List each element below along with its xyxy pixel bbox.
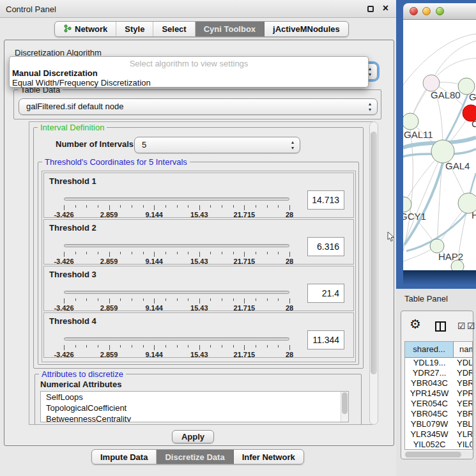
tick-mark: [120, 252, 121, 254]
table-data-combo[interactable]: galFiltered.sif default node ▴▾: [19, 98, 378, 115]
tick-label: 15.43: [190, 351, 208, 358]
slider-track[interactable]: [64, 244, 289, 247]
algorithm-option-equal-width-frequency-discretization[interactable]: Equal Width/Frequency Discretization: [10, 78, 368, 88]
slider-handle[interactable]: [237, 287, 247, 298]
threshold-1-value-field[interactable]: 14.713: [307, 190, 344, 210]
table-cell[interactable]: YBR045C: [405, 409, 454, 419]
table-row[interactable]: YBL079WYBL0: [405, 419, 472, 429]
tab-cyni-toolbox[interactable]: Cyni Toolbox: [196, 22, 265, 36]
tick-label: 15.43: [190, 211, 208, 219]
slider-track[interactable]: [64, 291, 289, 294]
tab-discretize-data[interactable]: Discretize Data: [157, 450, 233, 464]
network-view-canvas[interactable]: GAL80GACGAL11GAL4GCY1HHAP2: [403, 20, 476, 270]
tick-mark: [244, 252, 245, 257]
table-row[interactable]: YDL19...YDL1: [405, 358, 472, 368]
table-cell[interactable]: YDR27...: [405, 368, 454, 378]
slider-handle[interactable]: [165, 334, 174, 345]
tab-label: Style: [125, 24, 144, 34]
threshold-1-slider[interactable]: -3.4262.8599.14415.4321.71528: [64, 191, 289, 219]
tick-mark: [233, 298, 234, 301]
tick-label: 28: [286, 211, 293, 219]
table-cell[interactable]: YER0: [454, 399, 472, 409]
table-row[interactable]: YIL052CYIL0: [405, 440, 472, 450]
threshold-label: Threshold 2: [49, 223, 96, 233]
table-cell[interactable]: YIL0: [454, 440, 472, 450]
number-of-intervals-combo[interactable]: 5 ▴▾: [134, 137, 300, 153]
slider-track[interactable]: [64, 197, 289, 201]
tick-label: -3.426: [54, 304, 73, 312]
table-row[interactable]: YDR27...YDR2: [405, 368, 472, 378]
threshold-3-value-field[interactable]: 21.4: [307, 284, 344, 303]
network-node-gal4[interactable]: [431, 140, 454, 163]
tab-infer-network[interactable]: Infer Network: [234, 450, 303, 464]
float-window-icon[interactable]: [367, 6, 374, 12]
tick-mark: [86, 205, 87, 208]
slider-handle[interactable]: [129, 240, 139, 252]
settings-vertical-scrollbar[interactable]: [369, 121, 378, 425]
scrollbar-thumb[interactable]: [342, 392, 348, 414]
attribute-item-selfloops[interactable]: SelfLoops: [41, 392, 348, 403]
slider-handle[interactable]: [189, 194, 199, 205]
algorithm-option-manual-discretization[interactable]: Manual Discretization: [10, 68, 368, 78]
apply-button[interactable]: Apply: [172, 430, 214, 443]
scrollbar-thumb[interactable]: [405, 452, 461, 457]
threshold-3-panel: Threshold 3-3.4262.8599.14415.4321.71528…: [43, 266, 354, 311]
split-view-icon[interactable]: [435, 321, 446, 332]
tab-impute-data[interactable]: Impute Data: [92, 450, 157, 464]
tab-network[interactable]: Network: [55, 22, 116, 36]
table-row[interactable]: YLR345WYLR3: [405, 429, 472, 440]
tick-mark: [244, 345, 245, 350]
threshold-4-slider[interactable]: -3.4262.8599.14415.4321.71528: [64, 331, 289, 359]
tick-mark: [109, 205, 110, 210]
table-cell[interactable]: YER054C: [405, 399, 454, 409]
table-horizontal-scrollbar[interactable]: [404, 451, 473, 458]
network-desktop: GAL80GACGAL11GAL4GCY1HHAP2: [396, 0, 476, 289]
close-icon[interactable]: ×: [383, 3, 388, 14]
thresholds-section-title: Threshold's Coordinates for 5 Intervals: [42, 157, 190, 167]
minimize-window-icon[interactable]: [422, 7, 431, 15]
table-cell[interactable]: YDL19...: [405, 358, 454, 368]
table-cell[interactable]: YDL1: [454, 358, 472, 368]
table-cell[interactable]: YDR2: [454, 368, 472, 378]
attributes-list-scrollbar[interactable]: [341, 392, 348, 422]
table-cell[interactable]: YLR3: [454, 429, 472, 440]
tick-mark: [75, 298, 76, 301]
threshold-2-slider[interactable]: -3.4262.8599.14415.4321.71528: [64, 238, 289, 266]
network-node-gcy1[interactable]: [403, 197, 411, 212]
table-row[interactable]: YPR145WYPR1: [405, 388, 472, 399]
network-node-gal11[interactable]: [403, 113, 418, 130]
gear-icon[interactable]: ⚙: [410, 316, 421, 332]
tab-jactivemnodules[interactable]: jActiveMNodules: [265, 22, 348, 36]
threshold-3-slider[interactable]: -3.4262.8599.14415.4321.71528: [64, 284, 289, 312]
column-header-name[interactable]: nam: [454, 342, 472, 357]
table-cell[interactable]: YLR345W: [405, 429, 454, 440]
table-cell[interactable]: YPR1: [454, 388, 472, 399]
close-window-icon[interactable]: [410, 7, 418, 15]
tick-mark: [132, 252, 132, 254]
table-row[interactable]: YER054CYER0: [405, 399, 472, 409]
table-cell[interactable]: YBR043C: [405, 378, 454, 388]
tab-style[interactable]: Style: [116, 22, 153, 36]
scrollbar-thumb[interactable]: [371, 132, 377, 374]
checkbox-icon[interactable]: ☑: [457, 321, 466, 331]
network-window-titlebar[interactable]: [403, 3, 476, 20]
table-row[interactable]: YBR045CYBR0: [405, 409, 472, 419]
zoom-window-icon[interactable]: [436, 7, 444, 15]
tab-label: Cyni Toolbox: [204, 24, 256, 34]
table-cell[interactable]: YBR0: [454, 378, 472, 388]
table-cell[interactable]: YBL079W: [405, 419, 454, 429]
tab-select[interactable]: Select: [153, 22, 195, 36]
table-cell[interactable]: YBR0: [454, 409, 472, 419]
network-node[interactable]: [451, 260, 464, 270]
attribute-item-betweennesscentrality[interactable]: BetweennessCentrality: [41, 413, 348, 422]
threshold-2-value-field[interactable]: 6.316: [307, 237, 344, 256]
checkbox-icon[interactable]: ☑: [467, 321, 475, 331]
table-cell[interactable]: YBL0: [454, 419, 472, 429]
column-header-shared[interactable]: shared...: [405, 342, 454, 357]
table-row[interactable]: YBR043CYBR0: [405, 378, 472, 388]
slider-track[interactable]: [64, 337, 289, 341]
table-cell[interactable]: YIL052C: [405, 440, 454, 450]
attribute-item-topologicalcoefficient[interactable]: TopologicalCoefficient: [41, 403, 348, 413]
table-cell[interactable]: YPR145W: [405, 388, 454, 399]
threshold-4-value-field[interactable]: 11.344: [307, 330, 344, 349]
